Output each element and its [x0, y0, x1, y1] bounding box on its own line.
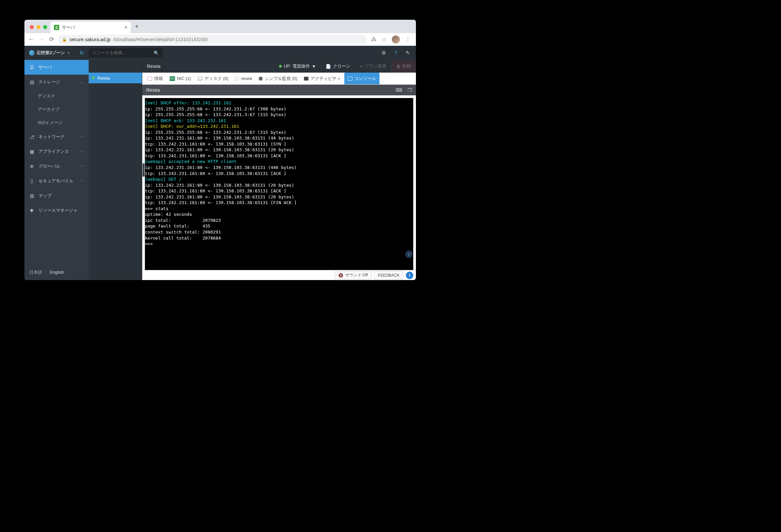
sidebar-label: サーバ — [39, 64, 51, 70]
plan-icon: ≡ — [360, 64, 363, 69]
help-icon[interactable]: ？ — [393, 50, 398, 56]
sidebar-item-server[interactable]: ☰ サーバ — [25, 60, 89, 75]
main-panel: Resea UP: 電源操作 ▼ 📄 クローン ≡ — [142, 60, 416, 280]
tab-disk[interactable]: ディスク (0) — [195, 73, 232, 84]
send-keys-icon[interactable]: ⌨ — [396, 87, 402, 93]
sidebar-item-network[interactable]: ⎇ ネットワーク ﹀ — [25, 129, 89, 144]
app: 石狩第2ゾーン ▼ ↻ リソースを検索... 🔍 ⚙ ？ ✎ ☰ サーバ — [25, 46, 416, 280]
url-input[interactable]: 🔒 secure.sakura.ad.jp/cloud/iaas/#!/serv… — [58, 35, 367, 44]
sidebar-item-resource-manager[interactable]: ✚ リソースマネージャ — [25, 203, 89, 218]
lang-en[interactable]: English — [50, 270, 64, 275]
back-button[interactable]: ← — [28, 36, 35, 43]
resource-list-item[interactable]: Resea — [89, 73, 142, 83]
new-tab-button[interactable]: + — [131, 23, 143, 33]
forward-button[interactable]: → — [39, 36, 45, 43]
app-reload-button[interactable]: ↻ — [75, 50, 89, 56]
chevron-down-icon: ▼ — [312, 64, 316, 69]
address-bar-right: ⁂ ☆ ⋮ — [371, 36, 413, 43]
translate-icon[interactable]: ⁂ — [371, 36, 376, 42]
sidebar-item-secure-mobile[interactable]: ▯ セキュアモバイル ﹀ — [25, 174, 89, 189]
sidebar-sub-archive[interactable]: アーカイブ — [25, 103, 89, 116]
search-icon: 🔍 — [154, 50, 159, 55]
profile-avatar[interactable] — [392, 36, 400, 43]
map-icon: ▥ — [29, 193, 35, 198]
sidebar-sub-disk[interactable]: ディスク — [25, 89, 89, 103]
reload-button[interactable]: ⟳ — [49, 36, 54, 43]
minimize-window-button[interactable] — [37, 25, 40, 29]
column-resize-handle[interactable] — [142, 163, 145, 177]
tab-nic[interactable]: NICNIC (1) — [166, 73, 195, 84]
tab-info[interactable]: 情報 — [144, 73, 166, 84]
sidebar-label: ネットワーク — [39, 134, 65, 140]
sidebar-label: グローバル — [39, 163, 60, 169]
info-bubble-icon[interactable]: i — [405, 251, 413, 258]
network-icon: ⎇ — [29, 134, 35, 139]
sidebar-label: マップ — [39, 193, 51, 199]
close-window-button[interactable] — [30, 25, 34, 29]
main-header: Resea UP: 電源操作 ▼ 📄 クローン ≡ — [142, 60, 416, 73]
lock-icon: 🔒 — [62, 37, 67, 42]
sidebar-item-appliance[interactable]: ▦ アプライアンス ﹀ — [25, 144, 89, 159]
tab-simple-monitor[interactable]: シンプル監視 (0) — [255, 73, 301, 84]
sidebar-sub-iso[interactable]: ISOイメージ — [25, 116, 89, 129]
app-body: ☰ サーバ ▤ ストレージ ︿ ディスク アーカイブ ISOイメージ ⎇ ネット… — [25, 60, 416, 280]
puzzle-icon: ✚ — [29, 208, 35, 213]
appliance-icon: ▦ — [29, 149, 35, 154]
terminal-output[interactable]: [net] DHCP offer: 133.242.231.161 ip: 25… — [145, 98, 413, 270]
popout-icon[interactable]: ❐ — [408, 87, 412, 93]
lang-jp[interactable]: 日本語 — [29, 270, 42, 275]
browser-window: S サーバ × + ← → ⟳ 🔒 secure.sakura.ad.jp/cl… — [25, 20, 416, 280]
sidebar-label: セキュアモバイル — [39, 178, 73, 184]
console-header: Resea ⌨ ❐ — [142, 85, 416, 95]
clone-button[interactable]: 📄 クローン — [321, 60, 355, 73]
console-icon — [348, 77, 352, 81]
resource-name: Resea — [97, 76, 110, 81]
info-button[interactable]: i — [406, 272, 413, 279]
kebab-menu-icon[interactable]: ⋮ — [405, 36, 411, 42]
copy-icon: 📄 — [326, 64, 331, 69]
detail-tabs: 情報 NICNIC (1) ディスク (0) resea シンプル監視 (0) … — [142, 73, 416, 85]
sidebar-item-storage[interactable]: ▤ ストレージ ︿ — [25, 75, 89, 89]
circle-icon — [235, 77, 239, 81]
feather-icon[interactable]: ✎ — [406, 50, 410, 56]
power-menu[interactable]: UP: 電源操作 ▼ — [274, 60, 321, 73]
console-title: Resea — [146, 87, 160, 93]
header-actions: UP: 電源操作 ▼ 📄 クローン ≡ プラン変更 🗑 — [274, 60, 416, 73]
zone-selector[interactable]: 石狩第2ゾーン ▼ — [25, 46, 75, 60]
favicon-icon: S — [54, 25, 59, 30]
feedback-button[interactable]: FEEDBACK — [374, 271, 403, 279]
browser-tab-bar: S サーバ × + — [25, 20, 416, 33]
close-tab-button[interactable]: × — [124, 25, 127, 31]
tab-activity[interactable]: アクティビティ — [300, 73, 344, 84]
topbar-right: ⚙ ？ ✎ — [375, 50, 416, 56]
activity-icon — [304, 77, 309, 81]
server-icon: ☰ — [29, 65, 35, 70]
url-host: secure.sakura.ad.jp — [70, 37, 111, 42]
search-input[interactable]: リソースを検索... 🔍 — [89, 48, 162, 57]
search-placeholder: リソースを検索... — [92, 50, 126, 56]
browser-tab[interactable]: S サーバ × — [50, 22, 131, 33]
sidebar-label: リソースマネージャ — [39, 207, 78, 213]
tab-resea[interactable]: resea — [232, 73, 255, 84]
chevron-down-icon: ﹀ — [80, 179, 84, 184]
footer-bar: 🔇 サウンド:Off FEEDBACK i — [142, 270, 416, 280]
trash-icon: 🗑 — [396, 64, 401, 69]
sidebar-item-global[interactable]: ⊕ グローバル ﹀ — [25, 159, 89, 174]
url-path: /cloud/iaas/#!/server/detail/id=11310214… — [113, 37, 208, 42]
delete-button[interactable]: 🗑 削除 — [391, 60, 416, 73]
chevron-down-icon: ﹀ — [80, 164, 84, 169]
speaker-icon: 🔇 — [338, 273, 343, 278]
plan-change-button[interactable]: ≡ プラン変更 — [355, 60, 391, 73]
sidebar-item-map[interactable]: ▥ マップ — [25, 189, 89, 203]
address-bar: ← → ⟳ 🔒 secure.sakura.ad.jp/cloud/iaas/#… — [25, 33, 416, 46]
zone-label: 石狩第2ゾーン — [37, 50, 65, 56]
tab-console[interactable]: コンソール — [344, 73, 379, 84]
maximize-window-button[interactable] — [43, 25, 47, 29]
page-title: Resea — [147, 64, 160, 69]
globe-icon — [29, 50, 35, 55]
chevron-down-icon: ▼ — [67, 51, 70, 55]
gear-icon[interactable]: ⚙ — [381, 50, 386, 56]
bookmark-icon[interactable]: ☆ — [382, 36, 386, 42]
sound-toggle-button[interactable]: 🔇 サウンド:Off — [335, 271, 371, 279]
app-top-bar: 石狩第2ゾーン ▼ ↻ リソースを検索... 🔍 ⚙ ？ ✎ — [25, 46, 416, 60]
